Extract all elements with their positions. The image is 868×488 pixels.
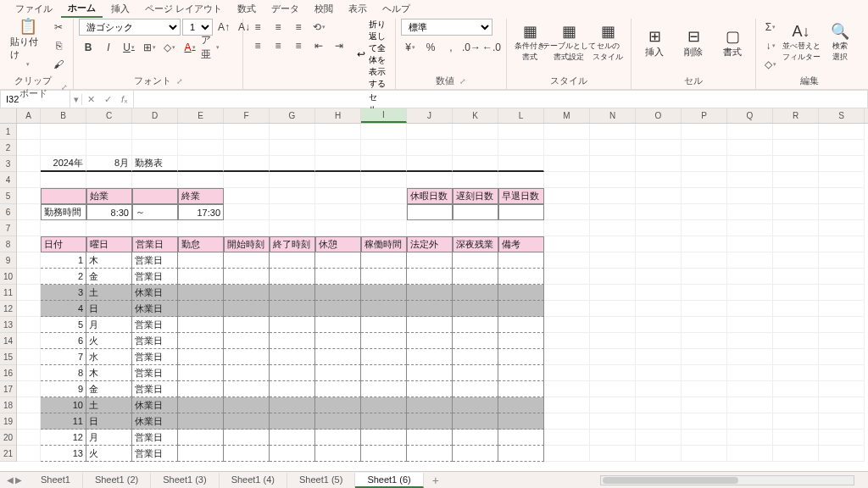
cell[interactable] xyxy=(361,188,407,204)
cell[interactable] xyxy=(315,204,361,220)
col-head-L[interactable]: L xyxy=(498,108,544,123)
cell[interactable] xyxy=(270,301,315,317)
cell[interactable] xyxy=(727,156,773,172)
cell[interactable]: 営業日 xyxy=(132,446,178,462)
cell-styles-button[interactable]: ▦セルの スタイル xyxy=(590,19,626,66)
cell[interactable] xyxy=(682,124,727,140)
tab-scroll-right[interactable]: ▶ xyxy=(15,475,22,485)
cell[interactable] xyxy=(636,220,682,236)
cell[interactable] xyxy=(636,365,682,381)
cell[interactable] xyxy=(819,333,865,349)
cell[interactable] xyxy=(270,397,315,413)
cell[interactable] xyxy=(361,140,407,156)
cell[interactable] xyxy=(636,124,682,140)
cell[interactable]: 休業日 xyxy=(132,397,178,413)
cell[interactable] xyxy=(544,349,590,365)
cell[interactable] xyxy=(727,301,773,317)
cell[interactable] xyxy=(498,140,544,156)
cell[interactable] xyxy=(727,269,773,285)
cell[interactable] xyxy=(682,172,727,188)
cell[interactable] xyxy=(407,140,453,156)
cell[interactable] xyxy=(773,236,819,252)
cell[interactable] xyxy=(17,236,41,252)
cell[interactable] xyxy=(224,333,270,349)
cell[interactable] xyxy=(727,317,773,333)
align-right-button[interactable]: ≡ xyxy=(289,37,308,54)
cell[interactable]: 2024年 xyxy=(41,156,86,172)
cell[interactable]: 13 xyxy=(41,446,86,462)
cell[interactable]: 終了時刻 xyxy=(270,236,315,252)
cell[interactable] xyxy=(773,413,819,430)
cell[interactable] xyxy=(590,381,636,397)
cell[interactable] xyxy=(453,365,498,381)
cell[interactable] xyxy=(453,301,498,317)
cell[interactable] xyxy=(270,252,315,269)
cell[interactable] xyxy=(636,285,682,301)
cell[interactable] xyxy=(727,381,773,397)
cell[interactable] xyxy=(224,220,270,236)
cell[interactable] xyxy=(819,156,865,172)
row-head-3[interactable]: 3 xyxy=(0,156,16,172)
row-head-12[interactable]: 12 xyxy=(0,301,16,317)
cell[interactable] xyxy=(407,124,453,140)
cell[interactable]: 営業日 xyxy=(132,252,178,269)
cell[interactable] xyxy=(315,333,361,349)
cell[interactable] xyxy=(17,430,41,446)
cell[interactable] xyxy=(498,172,544,188)
cell[interactable] xyxy=(773,365,819,381)
cell[interactable]: 土 xyxy=(86,285,132,301)
percent-button[interactable]: % xyxy=(421,39,440,56)
cell[interactable] xyxy=(498,381,544,397)
cell[interactable] xyxy=(773,172,819,188)
cell[interactable]: 早退日数 xyxy=(498,188,544,204)
cell[interactable] xyxy=(498,124,544,140)
cell[interactable] xyxy=(407,220,453,236)
cell[interactable] xyxy=(773,446,819,462)
col-head-Q[interactable]: Q xyxy=(727,108,773,123)
cell[interactable]: 日 xyxy=(86,413,132,430)
font-launcher[interactable]: ⤢ xyxy=(176,77,183,86)
cell[interactable] xyxy=(270,220,315,236)
cell[interactable] xyxy=(407,252,453,269)
cell[interactable]: 月 xyxy=(86,317,132,333)
menu-ファイル[interactable]: ファイル xyxy=(8,1,59,17)
cell[interactable] xyxy=(590,140,636,156)
sheet-tab-Sheet1 (3)[interactable]: Sheet1 (3) xyxy=(151,473,219,488)
cell[interactable] xyxy=(224,140,270,156)
cell[interactable] xyxy=(361,397,407,413)
cell[interactable] xyxy=(315,172,361,188)
paste-button[interactable]: 📋 貼り付け ▾ xyxy=(10,19,46,66)
cell[interactable] xyxy=(270,156,315,172)
row-head-9[interactable]: 9 xyxy=(0,252,16,269)
col-head-P[interactable]: P xyxy=(682,108,727,123)
cell[interactable] xyxy=(17,301,41,317)
cell[interactable] xyxy=(178,381,224,397)
cell[interactable] xyxy=(315,317,361,333)
spreadsheet-grid[interactable]: ABCDEFGHIJKLMNOPQRS 12345678910111213141… xyxy=(0,108,868,473)
cell[interactable]: 2 xyxy=(41,269,86,285)
cell[interactable] xyxy=(178,124,224,140)
cell[interactable] xyxy=(361,220,407,236)
cell[interactable] xyxy=(407,413,453,430)
cell[interactable] xyxy=(636,236,682,252)
cell[interactable]: 営業日 xyxy=(132,430,178,446)
cell[interactable] xyxy=(727,124,773,140)
cell[interactable] xyxy=(361,285,407,301)
cell[interactable] xyxy=(544,252,590,269)
cell[interactable] xyxy=(453,124,498,140)
cell[interactable] xyxy=(544,172,590,188)
cell[interactable] xyxy=(773,188,819,204)
cell[interactable] xyxy=(270,285,315,301)
cell[interactable] xyxy=(132,172,178,188)
cell[interactable] xyxy=(178,333,224,349)
cell[interactable] xyxy=(41,172,86,188)
cell[interactable] xyxy=(270,188,315,204)
cell[interactable] xyxy=(224,269,270,285)
cell[interactable]: 6 xyxy=(41,333,86,349)
cell[interactable]: 開始時刻 xyxy=(224,236,270,252)
increase-font-button[interactable]: A↑ xyxy=(214,19,233,36)
cell[interactable] xyxy=(224,381,270,397)
cell[interactable] xyxy=(361,252,407,269)
row-head-16[interactable]: 16 xyxy=(0,365,16,381)
cell[interactable]: 終業 xyxy=(178,188,224,204)
